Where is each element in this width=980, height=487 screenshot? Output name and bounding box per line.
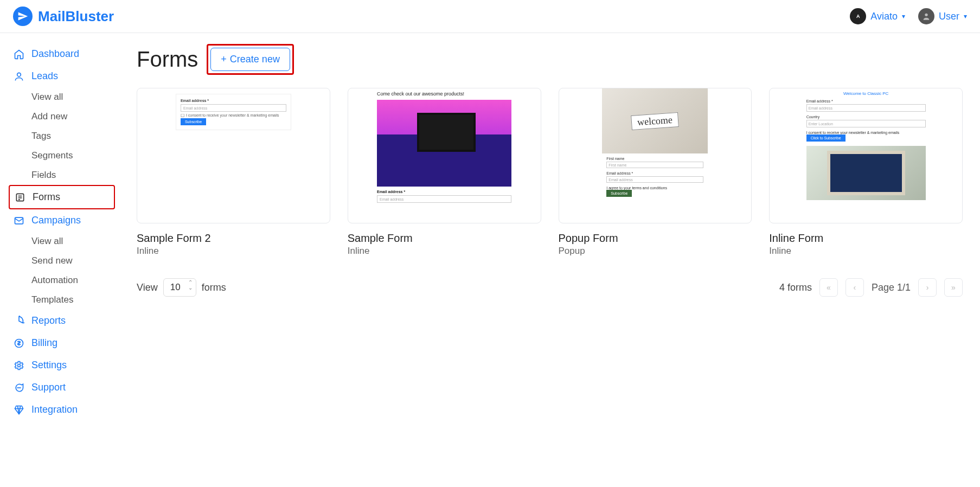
- sidebar-label: Integration: [31, 404, 78, 415]
- sidebar-sub-campaigns-automation[interactable]: Automation: [9, 271, 115, 290]
- welcome-sign: welcome: [631, 112, 680, 130]
- brand-logo[interactable]: MailBluster: [13, 7, 114, 26]
- sidebar-item-support[interactable]: Support: [9, 376, 115, 399]
- crt-monitor-image: [806, 146, 926, 200]
- form-card-title: Sample Form 2: [137, 232, 330, 245]
- form-card-title: Popup Form: [559, 232, 752, 245]
- brand-name: MailBluster: [38, 8, 114, 25]
- form-icon: [14, 192, 26, 203]
- sidebar-item-settings[interactable]: Settings: [9, 354, 115, 376]
- sidebar-item-campaigns[interactable]: Campaigns: [9, 209, 115, 232]
- sidebar-label: Settings: [31, 360, 67, 371]
- svg-point-9: [17, 387, 18, 388]
- forms-grid: Email address * Email address I consent …: [137, 88, 963, 257]
- form-card-type: Inline: [348, 246, 541, 257]
- sidebar-sub-campaigns-sendnew[interactable]: Send new: [9, 251, 115, 271]
- sidebar-item-integration[interactable]: Integration: [9, 399, 115, 421]
- chat-icon: [13, 382, 25, 393]
- sidebar-sub-campaigns-viewall[interactable]: View all: [9, 232, 115, 251]
- create-new-button[interactable]: + Create new: [210, 48, 290, 71]
- user-icon: [13, 71, 25, 82]
- sidebar-sub-leads-segments[interactable]: Segments: [9, 146, 115, 165]
- thumb-input: Email address: [377, 195, 511, 203]
- user-switcher[interactable]: User ▾: [918, 8, 967, 24]
- form-card-type: Popup: [559, 246, 752, 257]
- page-next-button[interactable]: ›: [918, 278, 937, 297]
- diamond-icon: [13, 405, 25, 415]
- retro-computer-image: [377, 100, 511, 187]
- sidebar-sub-leads-addnew[interactable]: Add new: [9, 107, 115, 126]
- org-switcher[interactable]: A Aviato ▾: [850, 8, 905, 24]
- plus-icon: +: [221, 54, 227, 65]
- sidebar-label: Leads: [31, 71, 58, 82]
- chevron-down-icon: ▾: [902, 12, 905, 20]
- per-page-select[interactable]: 10: [163, 278, 196, 297]
- sidebar-item-leads[interactable]: Leads: [9, 65, 115, 87]
- svg-point-11: [20, 387, 21, 388]
- thumb-label: First name: [606, 157, 703, 161]
- sidebar-sub-leads-viewall[interactable]: View all: [9, 87, 115, 107]
- form-card-type: Inline: [769, 246, 963, 257]
- thumb-input: First name: [606, 162, 703, 168]
- thumb-consent: I agree to your terms and conditions: [606, 186, 703, 190]
- page-first-button[interactable]: «: [819, 278, 838, 297]
- dollar-icon: [13, 338, 25, 349]
- thumb-mock: Come check out our awesome products! Ema…: [377, 91, 511, 204]
- pager: 4 forms « ‹ Page 1/1 › »: [779, 278, 963, 297]
- sidebar-item-reports[interactable]: Reports: [9, 310, 115, 332]
- user-avatar: [918, 8, 934, 24]
- pagination-row: View 10 forms 4 forms « ‹ Page 1/1 › »: [137, 273, 963, 297]
- chevron-down-icon: ▾: [964, 12, 967, 20]
- envelope-icon: [13, 215, 25, 226]
- form-card[interactable]: Email address * Email address I consent …: [137, 88, 330, 257]
- thumb-label: Country: [806, 115, 926, 119]
- topbar-right: A Aviato ▾ User ▾: [850, 8, 967, 24]
- view-label: View: [137, 282, 158, 293]
- thumb-consent: I consent to receive your newsletter & m…: [806, 131, 926, 134]
- sidebar-item-billing[interactable]: Billing: [9, 332, 115, 354]
- form-thumbnail: Email address * Email address I consent …: [137, 88, 330, 223]
- thumb-label: Email address *: [181, 99, 286, 102]
- form-card[interactable]: Come check out our awesome products! Ema…: [348, 88, 541, 257]
- sidebar-label: Reports: [31, 315, 66, 326]
- sidebar-label: Support: [31, 382, 66, 393]
- form-card-type: Inline: [137, 246, 330, 257]
- page-indicator: Page 1/1: [872, 282, 911, 293]
- sidebar-item-forms[interactable]: Forms: [9, 185, 115, 209]
- pie-icon: [13, 316, 25, 326]
- page-prev-button[interactable]: ‹: [846, 278, 864, 297]
- thumb-headline: Welcome to Classic PC: [806, 91, 926, 96]
- thumb-input: Email address: [181, 104, 286, 112]
- org-avatar: A: [850, 8, 866, 24]
- form-card-title: Sample Form: [348, 232, 541, 245]
- home-icon: [13, 49, 25, 60]
- form-thumbnail: Welcome to Classic PC Email address * Em…: [769, 88, 963, 223]
- thumb-headline: Come check out our awesome products!: [377, 91, 511, 97]
- sidebar-sub-leads-tags[interactable]: Tags: [9, 126, 115, 146]
- sidebar-item-dashboard[interactable]: Dashboard: [9, 43, 115, 65]
- page-last-button[interactable]: »: [944, 278, 963, 297]
- per-page-control: View 10 forms: [137, 278, 226, 297]
- form-thumbnail: Come check out our awesome products! Ema…: [348, 88, 541, 223]
- total-count: 4 forms: [779, 282, 812, 293]
- thumb-mock: Email address * Email address I consent …: [176, 94, 291, 130]
- form-card-title: Inline Form: [769, 232, 963, 245]
- svg-point-10: [19, 387, 20, 388]
- form-card[interactable]: welcome First name First name Email addr…: [559, 88, 752, 257]
- topbar: MailBluster A Aviato ▾ User ▾: [0, 0, 980, 33]
- thumb-consent: I consent to receive your newsletter & m…: [181, 113, 286, 118]
- thumb-label: Email address *: [806, 99, 926, 103]
- sidebar-label: Billing: [31, 337, 57, 349]
- thumb-label: Email address *: [606, 171, 703, 175]
- thumb-mock: welcome First name First name Email addr…: [602, 88, 708, 200]
- thumb-button: Subscribe: [606, 190, 632, 197]
- sidebar-label: Campaigns: [31, 215, 81, 226]
- form-card[interactable]: Welcome to Classic PC Email address * Em…: [769, 88, 963, 257]
- sidebar-label: Dashboard: [31, 48, 79, 60]
- page-title: Forms: [137, 47, 198, 72]
- sidebar-sub-leads-fields[interactable]: Fields: [9, 165, 115, 185]
- highlight-annotation: + Create new: [207, 44, 294, 75]
- thumb-button: Click to Subscribe: [806, 134, 846, 142]
- sidebar-sub-campaigns-templates[interactable]: Templates: [9, 290, 115, 310]
- page-header: Forms + Create new: [137, 44, 963, 75]
